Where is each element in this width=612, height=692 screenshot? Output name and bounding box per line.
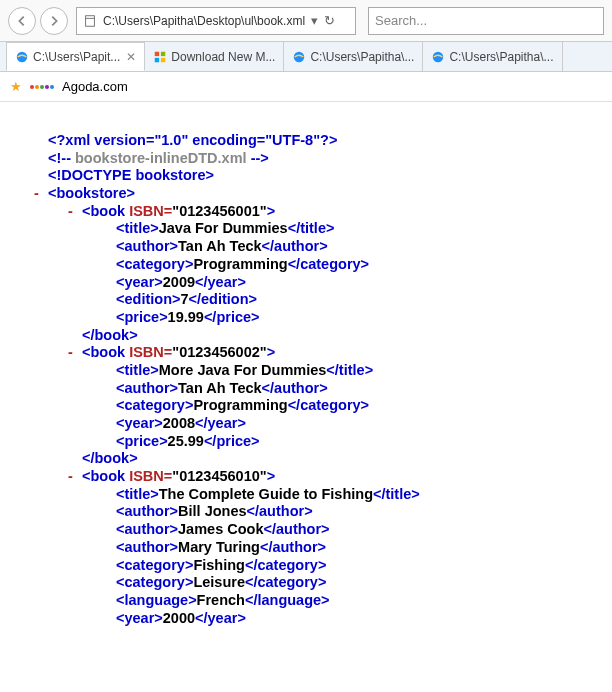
doctype: <!DOCTYPE bookstore>: [48, 167, 214, 183]
tab-2[interactable]: C:\Users\Papitha\...: [284, 42, 423, 71]
tab-label: C:\Users\Papit...: [33, 50, 120, 64]
ms-store-icon: [153, 50, 167, 64]
search-input[interactable]: Search...: [368, 7, 604, 35]
agoda-icon: [30, 85, 54, 89]
address-text: C:\Users\Papitha\Desktop\ul\book.xml: [103, 14, 305, 28]
chevron-down-icon[interactable]: ▾: [311, 13, 318, 28]
xml-declaration: <?xml version="1.0" encoding="UTF-8"?>: [48, 132, 337, 148]
svg-rect-0: [86, 15, 95, 26]
collapse-toggle[interactable]: -: [68, 203, 82, 221]
favorites-star-icon[interactable]: ★: [10, 79, 22, 94]
forward-button[interactable]: [40, 7, 68, 35]
file-icon: [83, 14, 97, 28]
arrow-right-icon: [47, 14, 61, 28]
ie-icon: [292, 50, 306, 64]
address-toolbar: C:\Users\Papitha\Desktop\ul\book.xml ▾ ↻…: [0, 0, 612, 42]
tab-3[interactable]: C:\Users\Papitha\...: [423, 42, 562, 71]
collapse-toggle[interactable]: -: [68, 468, 82, 486]
tab-close-icon[interactable]: ✕: [126, 50, 136, 64]
tab-1[interactable]: Download New M...: [145, 42, 284, 71]
collapse-toggle[interactable]: -: [34, 185, 48, 203]
tab-label: Download New M...: [171, 50, 275, 64]
favorites-link[interactable]: Agoda.com: [62, 79, 128, 94]
favorites-bar: ★ Agoda.com: [0, 72, 612, 102]
arrow-left-icon: [15, 14, 29, 28]
back-button[interactable]: [8, 7, 36, 35]
xml-viewer: <?xml version="1.0" encoding="UTF-8"?> <…: [0, 102, 612, 639]
ie-icon: [15, 50, 29, 64]
tab-bar: C:\Users\Papit... ✕ Download New M... C:…: [0, 42, 612, 72]
tab-label: C:\Users\Papitha\...: [449, 50, 553, 64]
tab-label: C:\Users\Papitha\...: [310, 50, 414, 64]
refresh-button[interactable]: ↻: [324, 13, 335, 28]
svg-rect-5: [161, 57, 165, 61]
address-bar[interactable]: C:\Users\Papitha\Desktop\ul\book.xml ▾ ↻: [76, 7, 356, 35]
collapse-toggle[interactable]: -: [68, 344, 82, 362]
svg-rect-4: [155, 57, 159, 61]
svg-rect-3: [161, 51, 165, 55]
tab-0[interactable]: C:\Users\Papit... ✕: [6, 42, 145, 71]
ie-icon: [431, 50, 445, 64]
svg-rect-2: [155, 51, 159, 55]
